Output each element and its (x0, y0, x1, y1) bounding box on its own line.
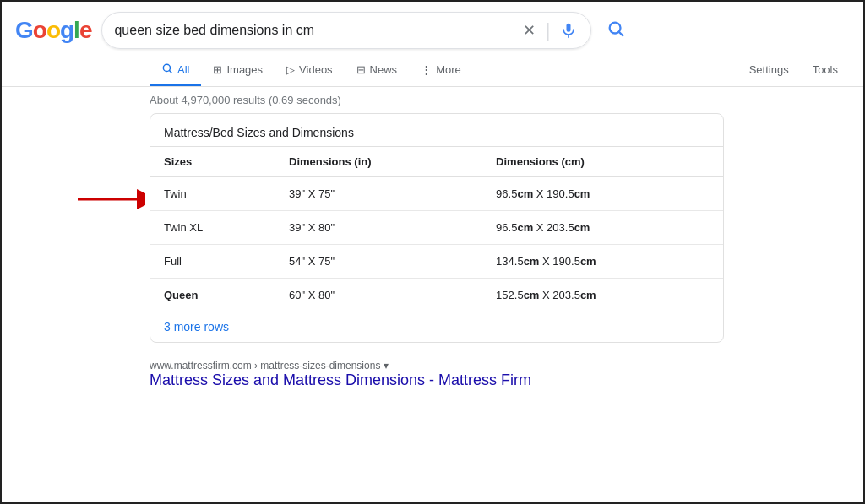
logo-letter-g1: G (15, 17, 33, 43)
logo-letter-e: e (79, 17, 92, 43)
dim-cm-twin: 96.5cm X 190.5cm (482, 177, 723, 211)
more-icon: ⋮ (421, 63, 432, 76)
dim-in-queen: 60" X 80" (275, 279, 482, 312)
tab-videos[interactable]: ▷ Videos (275, 57, 345, 85)
tab-images-label: Images (226, 63, 263, 76)
col-dim-cm: Dimensions (cm) (482, 147, 723, 177)
dim-cm-twin-xl: 96.5cm X 203.5cm (482, 211, 723, 245)
results-info: About 4,970,000 results (0.69 seconds) (2, 87, 863, 113)
tab-all[interactable]: All (150, 56, 201, 86)
col-dim-in: Dimensions (in) (275, 147, 482, 177)
svg-line-3 (620, 32, 623, 35)
search-input[interactable]: queen size bed dimensions in cm (114, 23, 514, 38)
dim-cm-full: 134.5cm X 190.5cm (482, 245, 723, 279)
size-full: Full (150, 245, 275, 279)
dim-in-full: 54" X 75" (275, 245, 482, 279)
col-sizes: Sizes (150, 147, 275, 177)
dim-in-twin: 39" X 75" (275, 177, 482, 211)
settings-label: Settings (749, 63, 789, 76)
left-arrow-annotation (73, 187, 145, 211)
left-arrow-icon (73, 187, 145, 211)
table-card: Mattress/Bed Sizes and Dimensions Sizes … (150, 113, 724, 343)
main-content: Mattress/Bed Sizes and Dimensions Sizes … (2, 113, 863, 389)
nav-right-links: Settings Tools (737, 57, 863, 85)
tab-news-label: News (370, 63, 398, 76)
tab-all-label: All (177, 63, 189, 76)
dim-in-twin-xl: 39" X 80" (275, 211, 482, 245)
search-button[interactable] (601, 16, 630, 46)
videos-icon: ▷ (286, 63, 295, 76)
source-section: www.mattressfirm.com › mattress-sizes-di… (150, 356, 863, 389)
size-twin: Twin (150, 177, 275, 211)
logo-letter-o2: o (46, 17, 60, 43)
clear-button[interactable]: ✕ (521, 19, 537, 41)
news-icon: ⊟ (356, 63, 366, 76)
size-queen: Queen (150, 279, 275, 312)
logo-letter-o1: o (33, 17, 46, 43)
size-twin-xl: Twin XL (150, 211, 275, 245)
tab-more[interactable]: ⋮ More (409, 57, 473, 85)
all-icon (161, 62, 173, 77)
table-header-row: Sizes Dimensions (in) Dimensions (cm) (150, 147, 723, 177)
table-row: Twin 39" X 75" 96.5cm X 190.5cm (150, 177, 723, 211)
nav-tabs: All ⊞ Images ▷ Videos ⊟ News ⋮ More Sett… (2, 49, 863, 87)
source-url: www.mattressfirm.com › mattress-sizes-di… (150, 360, 863, 371)
more-rows-link[interactable]: 3 more rows (150, 312, 723, 342)
search-bar-icons: ✕ | (521, 19, 579, 41)
tools-link[interactable]: Tools (801, 57, 850, 85)
logo-letter-l: l (73, 17, 79, 43)
source-dropdown-icon[interactable]: ▾ (384, 360, 389, 371)
tab-news[interactable]: ⊟ News (345, 57, 410, 85)
svg-line-5 (170, 71, 172, 73)
dimensions-table: Sizes Dimensions (in) Dimensions (cm) Tw… (150, 146, 723, 312)
table-title: Mattress/Bed Sizes and Dimensions (150, 114, 723, 146)
svg-rect-0 (567, 24, 571, 32)
table-row: Queen 60" X 80" 152.5cm X 203.5cm (150, 279, 723, 312)
tab-images[interactable]: ⊞ Images (201, 57, 275, 85)
tools-label: Tools (813, 63, 838, 76)
result-area: Mattress/Bed Sizes and Dimensions Sizes … (150, 113, 863, 389)
results-count: About 4,970,000 results (0.69 seconds) (150, 94, 341, 106)
header: Google queen size bed dimensions in cm ✕… (2, 2, 863, 49)
source-url-text: www.mattressfirm.com › mattress-sizes-di… (150, 360, 380, 371)
images-icon: ⊞ (213, 63, 222, 76)
search-bar: queen size bed dimensions in cm ✕ | (101, 12, 591, 49)
source-title-link[interactable]: Mattress Sizes and Mattress Dimensions -… (150, 371, 531, 388)
dim-cm-queen: 152.5cm X 203.5cm (482, 279, 723, 312)
logo-letter-g2: g (60, 17, 73, 43)
google-logo: Google (15, 17, 91, 44)
table-row: Twin XL 39" X 80" 96.5cm X 203.5cm (150, 211, 723, 245)
table-row: Full 54" X 75" 134.5cm X 190.5cm (150, 245, 723, 279)
settings-link[interactable]: Settings (737, 57, 801, 85)
voice-search-button[interactable] (558, 20, 579, 41)
tab-more-label: More (436, 63, 461, 76)
tab-videos-label: Videos (299, 63, 333, 76)
